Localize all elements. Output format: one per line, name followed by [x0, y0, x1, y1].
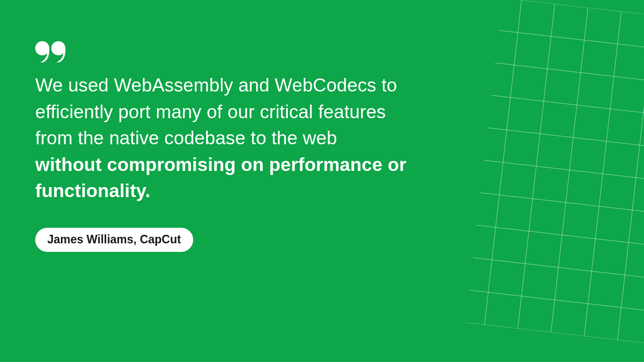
svg-line-1 — [499, 30, 644, 52]
svg-line-5 — [484, 160, 644, 182]
svg-line-14 — [584, 12, 621, 336]
decorative-grid — [465, 0, 644, 344]
attribution-text: James Williams, CapCut — [47, 233, 181, 246]
svg-line-2 — [495, 63, 644, 84]
svg-line-7 — [476, 225, 644, 247]
quote-text-bold: without compromising on performance or f… — [35, 154, 407, 202]
svg-line-12 — [518, 4, 555, 329]
svg-line-8 — [473, 258, 644, 280]
svg-line-4 — [488, 128, 644, 149]
quote-text-normal: We used WebAssembly and WebCodecs to eff… — [35, 75, 397, 148]
svg-line-3 — [492, 96, 644, 117]
svg-line-15 — [617, 15, 644, 340]
svg-line-0 — [503, 0, 644, 20]
svg-line-6 — [480, 193, 644, 214]
svg-line-13 — [551, 8, 588, 332]
opening-quote-icon — [35, 41, 408, 62]
svg-line-10 — [465, 323, 644, 344]
quote-text: We used WebAssembly and WebCodecs to eff… — [35, 72, 408, 205]
quote-block: We used WebAssembly and WebCodecs to eff… — [35, 41, 408, 252]
svg-line-11 — [485, 0, 522, 325]
svg-line-9 — [469, 290, 644, 312]
attribution-pill: James Williams, CapCut — [35, 228, 193, 252]
